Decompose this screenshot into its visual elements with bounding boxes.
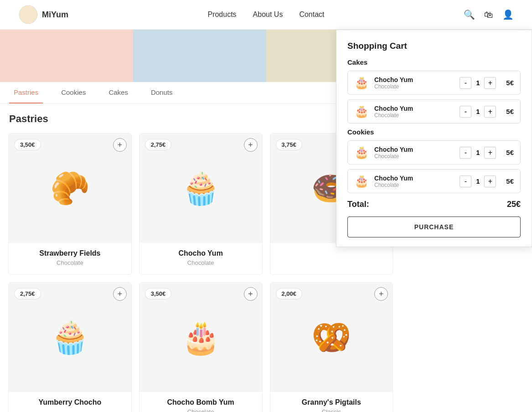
cart-section-cookies: Cookies [347,128,521,136]
cart-item-controls: - 1 + [460,175,496,187]
tab-pastries[interactable]: Pastries [9,82,43,103]
cart-item-sub: Chocolate [374,153,454,160]
decrease-qty-button[interactable]: - [460,147,471,159]
cart-total-row: Total: 25€ [347,200,521,209]
product-image-area: 2,75€ + 🧁 [139,134,262,243]
tab-cakes[interactable]: Cakes [104,82,133,103]
cart-panel: Shopping Cart Cakes 🎂 Chocho Yum Chocola… [336,30,532,247]
increase-qty-button[interactable]: + [484,175,496,187]
add-to-cart-button[interactable]: + [244,287,258,301]
product-info: Yumberry Chocho [9,392,131,412]
nav-products[interactable]: Products [207,10,236,19]
increase-qty-button[interactable]: + [484,147,496,159]
nav-about[interactable]: About Us [253,10,283,19]
cart-total-label: Total: [347,200,369,209]
cart-icon[interactable]: 🛍 [484,10,493,20]
product-price: 2,75€ [14,288,41,299]
banner-pink [0,30,133,82]
add-to-cart-button[interactable]: + [244,138,258,152]
product-info: Chocho Bomb Yum Chocolate [139,392,262,412]
cart-item-sub: Chocolate [374,83,454,90]
search-icon[interactable]: 🔍 [464,9,475,20]
cart-item-image: 🎂 [354,145,369,160]
logo[interactable]: 🌸 MiYum [18,5,68,25]
cart-item: 🎂 Chocho Yum Chocolate - 1 + 5€ [347,71,521,95]
cart-item-name: Chocho Yum [374,146,454,153]
product-price: 3,50€ [14,139,41,150]
increase-qty-button[interactable]: + [484,106,496,118]
increase-qty-button[interactable]: + [484,77,496,89]
decrease-qty-button[interactable]: - [460,77,471,89]
cart-title: Shopping Cart [347,41,521,51]
product-price: 3,50€ [145,288,172,299]
product-subtitle: Chocolate [146,408,256,412]
purchase-button[interactable]: PURCHASE [347,216,521,237]
cart-item-details: Chocho Yum Chocolate [374,175,454,188]
cart-item-name: Chocho Yum [374,105,454,112]
product-subtitle: Chocolate [15,259,125,266]
product-card: 2,00€ + 🥨 Granny's Pigtails Classic [270,282,393,412]
cart-item-sub: Chocolate [374,182,454,188]
svg-point-0 [19,5,37,24]
product-name: Granny's Pigtails [277,398,387,407]
product-card: 2,75€ + 🧁 Chocho Yum Chocolate [139,133,263,275]
decrease-qty-button[interactable]: - [460,106,471,118]
cart-item-price: 5€ [506,149,514,156]
cart-item-details: Chocho Yum Chocolate [374,146,454,160]
tab-donuts[interactable]: Donuts [146,82,177,103]
product-info: Strawberry Fields Chocolate [9,243,131,274]
qty-value: 1 [474,178,481,185]
cart-section-cakes: Cakes [347,58,521,66]
cart-item: 🎂 Chocho Yum Chocolate - 1 + 5€ [347,99,521,124]
cart-item-name: Chocho Yum [374,76,454,83]
product-subtitle: Chocolate [146,259,256,266]
product-subtitle: Classic [277,408,387,412]
product-name: Chocho Yum [146,249,256,258]
product-card: 3,50€ + 🥐 Strawberry Fields Chocolate [8,133,132,275]
product-info: Chocho Yum Chocolate [139,243,262,274]
product-card: 2,75€ + 🧁 Yumberry Chocho [8,282,132,412]
header-icons: 🔍 🛍 👤 [464,9,514,20]
product-price: 2,75€ [145,139,172,150]
product-name: Yumberry Chocho [15,398,125,407]
product-info: Granny's Pigtails Classic [270,392,393,412]
product-card: 3,50€ + 🎂 Chocho Bomb Yum Chocolate [139,282,263,412]
cart-item-price: 5€ [506,177,514,185]
cart-item: 🎂 Chocho Yum Chocolate - 1 + 5€ [347,169,521,193]
product-image: 🎂 [181,319,221,356]
decrease-qty-button[interactable]: - [460,175,471,187]
cart-item-controls: - 1 + [460,106,496,118]
product-image-area: 3,50€ + 🎂 [139,283,262,392]
product-name: Strawberry Fields [15,249,125,258]
product-image: 🧁 [181,170,221,207]
cart-item-name: Chocho Yum [374,175,454,182]
product-image-area: 2,75€ + 🧁 [9,283,131,392]
product-image-area: 2,00€ + 🥨 [270,283,393,392]
tab-cookies[interactable]: Cookies [57,82,90,103]
user-icon[interactable]: 👤 [502,9,514,20]
logo-icon: 🌸 [18,5,38,25]
cart-item-image: 🎂 [354,174,369,188]
cart-item-image: 🎂 [354,76,369,90]
product-name: Chocho Bomb Yum [146,398,256,407]
banner-blue [133,30,266,82]
cart-item-price: 5€ [506,108,514,115]
product-image: 🥐 [50,170,90,207]
cart-total-value: 25€ [507,200,521,209]
header: 🌸 MiYum Products About Us Contact 🔍 🛍 👤 [0,0,532,30]
add-to-cart-button[interactable]: + [374,287,388,301]
add-to-cart-button[interactable]: + [113,287,127,301]
qty-value: 1 [474,149,481,156]
cart-item-sub: Chocolate [374,112,454,118]
cart-item-image: 🎂 [354,104,369,118]
add-to-cart-button[interactable]: + [113,138,127,152]
cart-item-price: 5€ [506,79,514,87]
cart-item-details: Chocho Yum Chocolate [374,105,454,118]
product-price: 2,00€ [276,288,303,299]
cart-item: 🎂 Chocho Yum Chocolate - 1 + 5€ [347,140,521,165]
product-image-area: 3,50€ + 🥐 [9,134,131,243]
main-nav: Products About Us Contact [207,10,324,19]
cart-item-controls: - 1 + [460,147,496,159]
product-image: 🥨 [311,319,351,356]
nav-contact[interactable]: Contact [299,10,324,19]
